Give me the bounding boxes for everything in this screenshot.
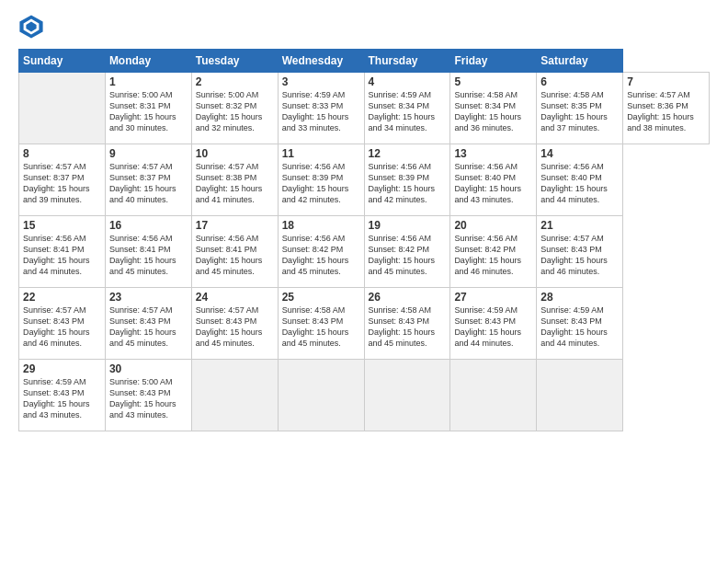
- week-row-3: 22 Sunrise: 4:57 AMSunset: 8:43 PMDaylig…: [19, 288, 710, 360]
- day-cell: 24 Sunrise: 4:57 AMSunset: 8:43 PMDaylig…: [191, 288, 278, 360]
- day-info: Sunrise: 4:56 AMSunset: 8:39 PMDaylight:…: [369, 162, 436, 204]
- day-number: 10: [196, 147, 274, 160]
- day-number: 29: [23, 362, 101, 375]
- day-cell: 4 Sunrise: 4:59 AMSunset: 8:34 PMDayligh…: [364, 73, 450, 144]
- day-info: Sunrise: 4:56 AMSunset: 8:42 PMDaylight:…: [454, 234, 521, 276]
- day-number: 20: [454, 219, 532, 232]
- day-info: Sunrise: 4:57 AMSunset: 8:43 PMDaylight:…: [540, 234, 608, 276]
- header-wednesday: Wednesday: [278, 50, 364, 73]
- day-cell: 27 Sunrise: 4:59 AMSunset: 8:43 PMDaylig…: [450, 288, 537, 360]
- day-number: 26: [369, 291, 447, 304]
- day-number: 14: [540, 147, 619, 160]
- header-saturday: Saturday: [537, 50, 623, 73]
- day-number: 15: [23, 219, 101, 232]
- day-info: Sunrise: 4:56 AMSunset: 8:40 PMDaylight:…: [540, 162, 608, 204]
- day-cell: 5 Sunrise: 4:58 AMSunset: 8:34 PMDayligh…: [450, 73, 537, 144]
- day-number: 7: [627, 75, 705, 88]
- day-cell: 11 Sunrise: 4:56 AMSunset: 8:39 PMDaylig…: [278, 144, 364, 216]
- day-cell: 16 Sunrise: 4:56 AMSunset: 8:41 PMDaylig…: [105, 216, 191, 288]
- day-info: Sunrise: 4:59 AMSunset: 8:34 PMDaylight:…: [369, 90, 436, 132]
- day-cell: 29 Sunrise: 4:59 AMSunset: 8:43 PMDaylig…: [19, 360, 106, 431]
- calendar-table: SundayMondayTuesdayWednesdayThursdayFrid…: [18, 49, 710, 431]
- day-number: 21: [540, 219, 619, 232]
- header-tuesday: Tuesday: [191, 50, 278, 73]
- day-number: 2: [196, 75, 274, 88]
- day-info: Sunrise: 4:59 AMSunset: 8:43 PMDaylight:…: [540, 305, 608, 348]
- day-cell: 14 Sunrise: 4:56 AMSunset: 8:40 PMDaylig…: [537, 144, 623, 216]
- week-row-4: 29 Sunrise: 4:59 AMSunset: 8:43 PMDaylig…: [19, 360, 710, 431]
- header: [18, 14, 710, 40]
- page: SundayMondayTuesdayWednesdayThursdayFrid…: [0, 0, 728, 563]
- day-cell: [191, 360, 278, 431]
- week-row-1: 8 Sunrise: 4:57 AMSunset: 8:37 PMDayligh…: [19, 144, 710, 216]
- day-info: Sunrise: 4:56 AMSunset: 8:39 PMDaylight:…: [282, 162, 349, 204]
- day-cell: [450, 360, 537, 431]
- day-cell: 18 Sunrise: 4:56 AMSunset: 8:42 PMDaylig…: [278, 216, 364, 288]
- day-info: Sunrise: 4:58 AMSunset: 8:34 PMDaylight:…: [454, 90, 521, 132]
- day-info: Sunrise: 4:57 AMSunset: 8:37 PMDaylight:…: [109, 162, 176, 204]
- day-cell: 30 Sunrise: 5:00 AMSunset: 8:43 PMDaylig…: [105, 360, 191, 431]
- day-number: 1: [109, 75, 188, 88]
- day-number: 25: [282, 291, 360, 304]
- day-number: 12: [369, 147, 447, 160]
- day-cell: [364, 360, 450, 431]
- day-info: Sunrise: 4:58 AMSunset: 8:43 PMDaylight:…: [282, 305, 349, 348]
- day-info: Sunrise: 4:59 AMSunset: 8:43 PMDaylight:…: [23, 377, 90, 419]
- day-info: Sunrise: 4:59 AMSunset: 8:43 PMDaylight:…: [454, 305, 521, 348]
- day-info: Sunrise: 4:57 AMSunset: 8:37 PMDaylight:…: [23, 162, 90, 204]
- day-number: 16: [109, 219, 188, 232]
- day-cell: 21 Sunrise: 4:57 AMSunset: 8:43 PMDaylig…: [537, 216, 623, 288]
- day-number: 5: [454, 75, 532, 88]
- day-info: Sunrise: 5:00 AMSunset: 8:32 PMDaylight:…: [196, 90, 263, 132]
- day-info: Sunrise: 4:56 AMSunset: 8:42 PMDaylight:…: [282, 234, 349, 276]
- day-info: Sunrise: 4:58 AMSunset: 8:43 PMDaylight:…: [369, 305, 436, 348]
- week-row-2: 15 Sunrise: 4:56 AMSunset: 8:41 PMDaylig…: [19, 216, 710, 288]
- day-cell: [278, 360, 364, 431]
- day-cell: 8 Sunrise: 4:57 AMSunset: 8:37 PMDayligh…: [19, 144, 106, 216]
- day-cell: 19 Sunrise: 4:56 AMSunset: 8:42 PMDaylig…: [364, 216, 450, 288]
- day-number: 23: [109, 291, 188, 304]
- day-info: Sunrise: 4:57 AMSunset: 8:38 PMDaylight:…: [196, 162, 263, 204]
- header-monday: Monday: [105, 50, 191, 73]
- header-sunday: Sunday: [19, 50, 106, 73]
- day-number: 19: [369, 219, 447, 232]
- day-number: 24: [196, 291, 274, 304]
- header-row: SundayMondayTuesdayWednesdayThursdayFrid…: [19, 50, 710, 73]
- day-cell: 15 Sunrise: 4:56 AMSunset: 8:41 PMDaylig…: [19, 216, 106, 288]
- week-row-0: 1 Sunrise: 5:00 AMSunset: 8:31 PMDayligh…: [19, 73, 710, 144]
- day-cell: [19, 73, 106, 144]
- day-cell: 23 Sunrise: 4:57 AMSunset: 8:43 PMDaylig…: [105, 288, 191, 360]
- day-number: 30: [109, 362, 188, 375]
- day-cell: 9 Sunrise: 4:57 AMSunset: 8:37 PMDayligh…: [105, 144, 191, 216]
- day-info: Sunrise: 4:58 AMSunset: 8:35 PMDaylight:…: [540, 90, 608, 132]
- day-cell: 17 Sunrise: 4:56 AMSunset: 8:41 PMDaylig…: [191, 216, 278, 288]
- day-info: Sunrise: 4:57 AMSunset: 8:43 PMDaylight:…: [23, 305, 90, 348]
- day-info: Sunrise: 4:57 AMSunset: 8:43 PMDaylight:…: [109, 305, 176, 348]
- day-cell: 13 Sunrise: 4:56 AMSunset: 8:40 PMDaylig…: [450, 144, 537, 216]
- day-number: 28: [540, 291, 619, 304]
- day-info: Sunrise: 4:57 AMSunset: 8:36 PMDaylight:…: [627, 90, 694, 132]
- day-info: Sunrise: 4:59 AMSunset: 8:33 PMDaylight:…: [282, 90, 349, 132]
- day-number: 8: [23, 147, 101, 160]
- header-friday: Friday: [450, 50, 537, 73]
- day-cell: 7 Sunrise: 4:57 AMSunset: 8:36 PMDayligh…: [623, 73, 710, 144]
- day-cell: 6 Sunrise: 4:58 AMSunset: 8:35 PMDayligh…: [537, 73, 623, 144]
- header-thursday: Thursday: [364, 50, 450, 73]
- day-cell: 3 Sunrise: 4:59 AMSunset: 8:33 PMDayligh…: [278, 73, 364, 144]
- day-number: 6: [540, 75, 619, 88]
- day-cell: 2 Sunrise: 5:00 AMSunset: 8:32 PMDayligh…: [191, 73, 278, 144]
- day-cell: 10 Sunrise: 4:57 AMSunset: 8:38 PMDaylig…: [191, 144, 278, 216]
- day-info: Sunrise: 4:57 AMSunset: 8:43 PMDaylight:…: [196, 305, 263, 348]
- day-cell: 25 Sunrise: 4:58 AMSunset: 8:43 PMDaylig…: [278, 288, 364, 360]
- day-info: Sunrise: 5:00 AMSunset: 8:43 PMDaylight:…: [109, 377, 176, 419]
- day-info: Sunrise: 4:56 AMSunset: 8:41 PMDaylight:…: [23, 234, 90, 276]
- day-info: Sunrise: 5:00 AMSunset: 8:31 PMDaylight:…: [109, 90, 176, 132]
- day-number: 18: [282, 219, 360, 232]
- logo: [18, 14, 48, 40]
- day-cell: [537, 360, 623, 431]
- day-number: 4: [369, 75, 447, 88]
- day-info: Sunrise: 4:56 AMSunset: 8:41 PMDaylight:…: [196, 234, 263, 276]
- day-info: Sunrise: 4:56 AMSunset: 8:42 PMDaylight:…: [369, 234, 436, 276]
- day-number: 13: [454, 147, 532, 160]
- day-number: 22: [23, 291, 101, 304]
